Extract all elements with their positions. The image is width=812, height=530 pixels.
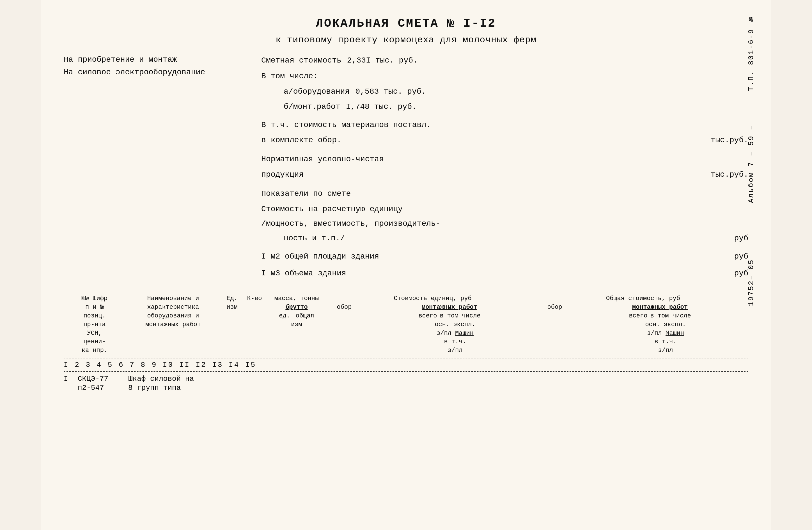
pokazateli-row: Показатели по смете [261, 187, 748, 201]
th-ed: Ед. изм [221, 294, 243, 355]
th-shifer: №№ Шифр п и № позиц. пр-нта УСН, ценни- … [64, 294, 126, 355]
pokazateli-label: Показатели по смете [261, 189, 351, 198]
data-row1-col2: СКЦЭ-77 [78, 374, 122, 383]
right-sidebar: Т.П. 801-6-9 № Альбом 7 – 59 – 19752– 05 [730, 0, 772, 530]
data-row1-col1: I [64, 374, 72, 383]
moshnost-row: /мощность, вместимость, производитель- [261, 217, 748, 231]
main-title: ЛОКАЛЬНАЯ СМЕТА № I-I2 [64, 17, 748, 30]
column-numbers-row: I 2 3 4 5 6 7 8 9 I0 II I2 I3 I4 I5 [64, 358, 748, 372]
m2-label: I м2 общей площади здания [261, 250, 379, 264]
subtitle: к типовому проекту кормоцеха для молочны… [64, 35, 748, 45]
data-row1-col3: Шкаф силовой на [128, 374, 194, 383]
produkciya-row: продукция тыс.руб. [261, 168, 748, 182]
produkciya-label: продукция [261, 168, 304, 182]
left-line1: На приобретение и монтаж [64, 54, 205, 66]
moshnost-label: /мощность, вместимость, производитель- [261, 219, 440, 228]
normativnaya-label: Нормативная условно-чистая [261, 155, 384, 163]
data-row1b-col3: 8 групп типа [128, 384, 181, 392]
th-stoimost-edic: Стоимость единиц, руб обор монтажных раб… [328, 294, 538, 355]
a-obor-label: а/оборудования [284, 85, 350, 99]
left-header: На приобретение и монтаж На силовое элек… [64, 54, 205, 79]
th-obshaya-stoimost: Общая стоимость, руб обор монтажных рабо… [538, 294, 748, 355]
right-header: Сметная стоимость 2,33I тыс. руб. В том … [205, 54, 748, 283]
data-row1b-col2: п2-547 [78, 384, 122, 392]
smetna-row: Сметная стоимость 2,33I тыс. руб. [261, 54, 748, 68]
left-line2: На силовое электрооборудование [64, 66, 205, 79]
column-numbers: I 2 3 4 5 6 7 8 9 I0 II I2 I3 I4 I5 [64, 360, 256, 369]
th-kvo: К-во [243, 294, 266, 355]
vtch-row: В т.ч. стоимость материалов поставл. [261, 118, 748, 132]
m3-label: I м3 объема здания [261, 266, 346, 280]
sidebar-text-bottom: 19752– 05 [746, 259, 756, 306]
sidebar-text-top: Т.П. 801-6-9 № [746, 14, 756, 91]
b-mont-row: б/монт.работ I,748 тыс. руб. [261, 100, 748, 114]
th-naimenovanie: Наименование и характеристика оборудован… [126, 294, 221, 355]
vkomplekte-row: в комплекте обор. тыс.руб. [261, 133, 748, 147]
normativnaya-row: Нормативная условно-чистая [261, 152, 748, 166]
vtom-row: В том числе: [261, 69, 748, 83]
data-row-1b: п2-547 8 групп типа [64, 383, 748, 392]
vkomplekte-label: в комплекте обор. [261, 133, 342, 147]
vtom-label: В том числе: [261, 72, 318, 80]
th-massa: масса, тонны брутто ед. общая изм [266, 294, 328, 355]
data-row-1: I СКЦЭ-77 Шкаф силовой на [64, 372, 748, 383]
smetna-value: 2,33I тыс. руб. [347, 54, 418, 68]
nost-label: ность и т.п./ [284, 231, 345, 245]
vtch-label: В т.ч. стоимость материалов поставл. [261, 121, 431, 129]
stoimost-row: Стоимость на расчетную единицу [261, 202, 748, 216]
title-section: ЛОКАЛЬНАЯ СМЕТА № I-I2 к типовому проект… [64, 17, 748, 45]
b-mont-value: I,748 тыс. руб. [346, 100, 417, 114]
stoimost-label: Стоимость на расчетную единицу [261, 205, 403, 214]
m3-row: I м3 объема здания руб [261, 266, 748, 280]
a-obor-value: 0,583 тыс. руб. [355, 85, 426, 99]
m2-row: I м2 общей площади здания руб [261, 250, 748, 264]
sidebar-text-middle: Альбом 7 – 59 – [746, 125, 756, 203]
header-info: На приобретение и монтаж На силовое элек… [64, 54, 748, 283]
table-header-row1: №№ Шифр п и № позиц. пр-нта УСН, ценни- … [64, 292, 748, 355]
nost-row: ность и т.п./ руб [261, 231, 748, 245]
main-page: Т.П. 801-6-9 № Альбом 7 – 59 – 19752– 05… [41, 0, 771, 530]
a-obor-row: а/оборудования 0,583 тыс. руб. [261, 85, 748, 99]
smetna-label: Сметная стоимость [261, 54, 342, 68]
b-mont-label: б/монт.работ [284, 100, 340, 114]
